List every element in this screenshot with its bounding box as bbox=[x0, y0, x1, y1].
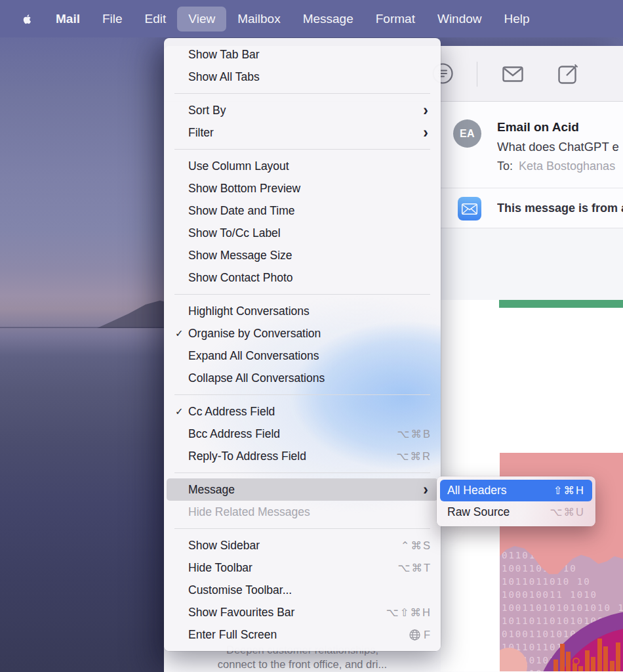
to-value[interactable]: Keta Bostoghanas bbox=[519, 159, 615, 173]
menubar-item-mailbox[interactable]: Mailbox bbox=[226, 0, 291, 37]
menu-item-customise-toolbar[interactable]: Customise Toolbar... bbox=[167, 579, 438, 601]
checkmark-icon: ✓ bbox=[175, 406, 188, 417]
email-content-top bbox=[441, 300, 623, 308]
view-menu: Show Tab BarShow All TabsSort By›Filter›… bbox=[164, 38, 441, 651]
menu-item-collapse-all-conversations[interactable]: Collapse All Conversations bbox=[167, 367, 438, 389]
submenu-chevron-icon: › bbox=[423, 483, 432, 496]
horizon-line bbox=[0, 327, 171, 328]
menu-item-label: Enter Full Screen bbox=[188, 628, 409, 642]
skyline-bar bbox=[578, 666, 583, 671]
email-body-margin bbox=[441, 228, 623, 300]
submenu-chevron-icon: › bbox=[423, 126, 432, 139]
menu-item-use-column-layout[interactable]: Use Column Layout bbox=[167, 155, 438, 177]
menubar-item-help[interactable]: Help bbox=[493, 0, 541, 37]
menu-item-label: Customise Toolbar... bbox=[188, 583, 432, 597]
skyline-bar bbox=[573, 663, 577, 671]
message-submenu: All Headers⇧⌘HRaw Source⌥⌘U bbox=[437, 476, 595, 526]
shortcut-label: ⌥⌘R bbox=[397, 450, 432, 463]
menu-item-expand-all-conversations[interactable]: Expand All Conversations bbox=[167, 345, 438, 367]
menu-item-show-favourites-bar[interactable]: Show Favourites Bar⌥⇧⌘H bbox=[167, 601, 438, 623]
menu-item-organise-by-conversation[interactable]: ✓Organise by Conversation bbox=[167, 322, 438, 345]
shortcut-label: ⌥⌘T bbox=[397, 562, 432, 574]
binary-text-row: 011010 bbox=[502, 549, 621, 562]
shortcut-label: ⌥⌘B bbox=[397, 428, 432, 440]
menu-item-filter[interactable]: Filter› bbox=[167, 121, 438, 144]
menu-item-hide-toolbar[interactable]: Hide Toolbar⌥⌘T bbox=[167, 556, 438, 579]
menu-item-show-to-cc-label[interactable]: Show To/Cc Label bbox=[167, 222, 438, 244]
message-header: EA Email on Acid What does ChatGPT e To:… bbox=[441, 102, 623, 188]
promo-bar-skyline bbox=[553, 639, 623, 671]
toolbar-divider bbox=[477, 62, 477, 87]
email-green-bar bbox=[499, 300, 623, 308]
preview-line-2: connect to the front office, and dri... bbox=[164, 657, 441, 671]
menu-item-show-tab-bar[interactable]: Show Tab Bar bbox=[167, 43, 438, 66]
menu-item-label: Show Message Size bbox=[188, 249, 432, 262]
menu-separator bbox=[174, 528, 430, 529]
menu-item-label: Show Contact Photo bbox=[188, 271, 432, 285]
menu-item-show-sidebar[interactable]: Show Sidebar⌃⌘S bbox=[167, 534, 438, 556]
island-silhouette bbox=[97, 299, 165, 328]
menubar-item-message[interactable]: Message bbox=[292, 0, 365, 37]
menu-item-label: Collapse All Conversations bbox=[188, 371, 432, 385]
apple-menu-icon[interactable] bbox=[9, 0, 45, 37]
mail-app-icon bbox=[458, 197, 481, 220]
menubar-item-window[interactable]: Window bbox=[426, 0, 493, 37]
menu-item-label: Message bbox=[188, 483, 423, 497]
menu-item-show-date-and-time[interactable]: Show Date and Time bbox=[167, 200, 438, 222]
recipient-row: To:Keta Bostoghanas bbox=[497, 157, 623, 176]
menubar-item-mail[interactable]: Mail bbox=[45, 0, 91, 37]
skyline-bar bbox=[616, 642, 620, 671]
skyline-bar bbox=[591, 657, 595, 671]
banner-text: This message is from a bbox=[497, 201, 623, 215]
reading-pane: EA Email on Acid What does ChatGPT e To:… bbox=[441, 102, 623, 671]
submenu-chevron-icon: › bbox=[423, 104, 432, 117]
menu-item-show-bottom-preview[interactable]: Show Bottom Preview bbox=[167, 177, 438, 200]
menu-item-label: Hide Related Messages bbox=[188, 505, 432, 519]
menubar-item-file[interactable]: File bbox=[91, 0, 134, 37]
subject-line: What does ChatGPT e bbox=[497, 137, 623, 157]
binary-text-row: 1001101010101010 1001010 bbox=[502, 601, 621, 614]
menu-item-label: Expand All Conversations bbox=[188, 349, 432, 363]
binary-text-row: 10011010 10 bbox=[502, 562, 621, 575]
shortcut-label: ⇧⌘H bbox=[553, 484, 585, 497]
menu-item-label: Use Column Layout bbox=[188, 159, 432, 173]
menu-separator bbox=[174, 149, 430, 150]
menubar-item-format[interactable]: Format bbox=[365, 0, 426, 37]
menu-item-label: Cc Address Field bbox=[188, 405, 432, 419]
menubar-item-edit[interactable]: Edit bbox=[134, 0, 178, 37]
menu-bar: MailFileEditViewMailboxMessageFormatWind… bbox=[0, 0, 623, 37]
skyline-bar bbox=[566, 652, 571, 671]
menu-item-cc-address-field[interactable]: ✓Cc Address Field bbox=[167, 400, 438, 423]
menu-item-label: Filter bbox=[188, 126, 423, 140]
submenu-item-label: All Headers bbox=[447, 484, 553, 497]
sender-name: Email on Acid bbox=[497, 117, 623, 137]
skyline-bar bbox=[610, 661, 614, 671]
mailing-list-banner: This message is from a bbox=[441, 188, 623, 228]
menu-item-enter-full-screen[interactable]: Enter Full ScreenF bbox=[167, 623, 438, 646]
menu-item-show-all-tabs[interactable]: Show All Tabs bbox=[167, 66, 438, 88]
submenu-item-raw-source[interactable]: Raw Source⌥⌘U bbox=[440, 501, 592, 523]
menu-item-reply-to-address-field[interactable]: Reply-To Address Field⌥⌘R bbox=[167, 445, 438, 467]
menu-item-show-message-size[interactable]: Show Message Size bbox=[167, 244, 438, 266]
compose-icon[interactable] bbox=[558, 64, 578, 84]
checkmark-icon: ✓ bbox=[175, 327, 188, 339]
menu-item-message[interactable]: Message› bbox=[167, 478, 438, 501]
menu-item-sort-by[interactable]: Sort By› bbox=[167, 99, 438, 121]
skyline-bar bbox=[553, 660, 558, 671]
menu-item-label: Highlight Conversations bbox=[188, 304, 432, 318]
menu-item-label: Show Bottom Preview bbox=[188, 182, 432, 196]
menu-item-highlight-conversations[interactable]: Highlight Conversations bbox=[167, 300, 438, 322]
binary-text-row: 100010011 1010 bbox=[502, 588, 621, 601]
avatar: EA bbox=[453, 119, 481, 148]
menu-item-label: Bcc Address Field bbox=[188, 427, 397, 441]
submenu-item-all-headers[interactable]: All Headers⇧⌘H bbox=[440, 480, 592, 501]
envelope-icon[interactable] bbox=[502, 66, 523, 82]
menu-separator bbox=[174, 472, 430, 473]
menu-item-bcc-address-field[interactable]: Bcc Address Field⌥⌘B bbox=[167, 423, 438, 445]
menubar-item-view[interactable]: View bbox=[177, 7, 226, 32]
shortcut-label: ⌥⇧⌘H bbox=[386, 606, 432, 619]
skyline-bar bbox=[603, 646, 608, 671]
menu-item-show-contact-photo[interactable]: Show Contact Photo bbox=[167, 266, 438, 289]
menu-item-label: Organise by Conversation bbox=[188, 327, 432, 341]
shortcut-label: ⌃⌘S bbox=[401, 539, 432, 552]
